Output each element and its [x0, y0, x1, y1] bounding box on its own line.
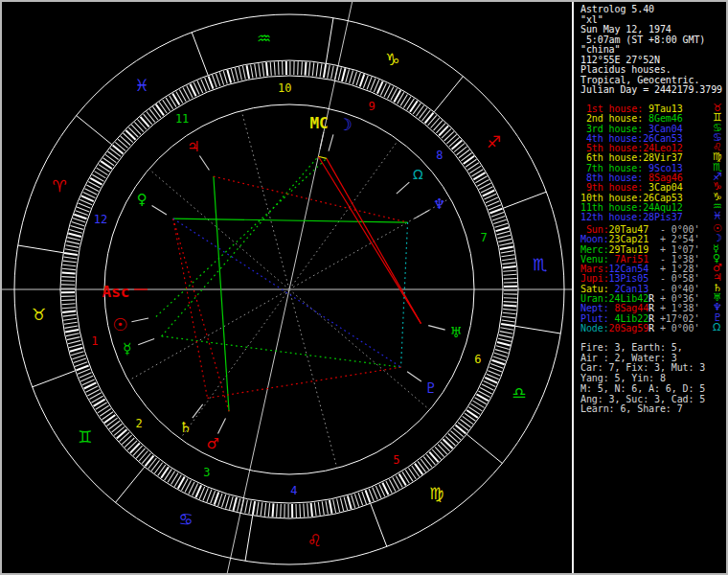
moon-pointer-dash: [329, 134, 333, 150]
house-number-3: 3: [203, 466, 210, 479]
uranus-pointer-dash: [428, 326, 444, 331]
house-cusp-line: [289, 289, 337, 468]
header-line: Julian Day = 2442179.3799: [580, 85, 722, 96]
sign-boundary-spoke: [77, 116, 112, 145]
astrolog-window: ♈♉♊♋♌♍♎♏♐♑♒♓123456789101112☉☽☿♀♂♃♄♅♆♇ΩMC…: [0, 0, 728, 575]
house-number-12: 12: [94, 213, 107, 226]
zodiac-sign-glyph-aries: ♈: [53, 176, 67, 196]
zodiac-sign-glyph-aquarius: ♒: [257, 29, 271, 48]
house-cusp-list: 1st house: 9Tau13♉ 2nd house: 8Gem46♊ 3r…: [580, 104, 683, 223]
planet-glyph-moon: ☽: [338, 115, 353, 134]
sign-boundary-spoke: [116, 467, 145, 502]
house-cusp-line: [289, 289, 430, 410]
saturn-pointer-dash: [193, 404, 203, 418]
sidebar-divider: [572, 2, 574, 573]
header-line: Placidus houses.: [580, 65, 722, 76]
zodiac-sign-glyph-pisces: ♓: [135, 76, 149, 95]
planet-velocity: + 0°00': [654, 323, 699, 334]
asc-label: Asc: [102, 283, 130, 301]
house-number-8: 8: [436, 149, 443, 162]
zodiac-sign-glyph-virgo: ♍: [429, 484, 444, 503]
mercury-pointer-dash: [138, 339, 154, 345]
planet-glyph-uranus: ♅: [450, 324, 463, 341]
header-line: Astrolog 5.40: [580, 5, 722, 15]
planet-glyph-neptune: ♆: [433, 196, 445, 213]
planet-glyph-mars: ♂: [206, 435, 218, 452]
sign-boundary-spoke: [245, 516, 253, 561]
zodiac-sign-glyph-taurus: ♉: [32, 305, 46, 324]
house-number-6: 6: [474, 353, 481, 366]
zodiac-sign-glyph-scorpio: ♏: [533, 255, 547, 274]
house-cusp-line: [128, 289, 289, 380]
planet-position-list: Sun:20Tau47 - 0°00'☉Moon:23Cap21 + 2°54'…: [580, 225, 699, 334]
planet-glyph-pluto: ♇: [424, 380, 437, 397]
node-pointer-dash: [397, 182, 409, 194]
header-line: Sun May 12, 1974: [580, 25, 722, 35]
aspect-line-mercury-mc: [162, 156, 319, 336]
planet-glyph-saturn: ♄: [179, 419, 192, 436]
chart-info-header: Astrolog 5.40"xl"Sun May 12, 1974 5:07am…: [580, 5, 722, 96]
zodiac-sign-glyph-gemini: ♊: [78, 427, 92, 447]
aspect-line-mc-uranus: [318, 156, 421, 323]
element-stats-block: Fire: 3, Earth: 5,Air : 2, Water: 3Car: …: [580, 343, 705, 415]
mars-pointer-dash: [218, 418, 226, 433]
zodiac-sign-glyph-cancer: ♋: [178, 510, 193, 529]
sign-boundary-spoke: [503, 192, 546, 208]
planet-icon: Ω: [713, 323, 720, 333]
house-row: 12th house:28Pis37♓: [580, 213, 683, 222]
planet-row: Node:20Sag59R + 0°00'Ω: [580, 324, 699, 334]
house-cusp-line: [148, 169, 289, 289]
house-number-1: 1: [91, 334, 98, 348]
aspect-line-moon-uranus: [327, 158, 421, 323]
house-label: 12th house:: [580, 212, 643, 222]
jupiter-pointer-dash: [199, 155, 209, 170]
mc-label: MC: [309, 114, 328, 132]
house-number-4: 4: [290, 484, 297, 497]
house-number-11: 11: [175, 112, 189, 126]
sign-boundary-spoke: [371, 503, 387, 546]
zodiac-sign-icon: ♓: [713, 212, 722, 221]
stats-line: M: 5, N: 6, A: 6, D: 5: [580, 384, 705, 395]
neptune-pointer-dash: [415, 210, 430, 218]
stats-line: Learn: 6, Share: 7: [580, 404, 705, 415]
sign-boundary-spoke: [33, 371, 76, 387]
zodiac-sign-glyph-leo: ♌: [307, 531, 322, 550]
house-number-9: 9: [369, 100, 375, 113]
house-cusp-line: [241, 111, 289, 289]
planet-glyph-node: Ω: [413, 167, 423, 182]
planet-label: Node:: [580, 323, 609, 334]
venus-pointer-dash: [152, 206, 167, 215]
sign-boundary-spoke: [434, 77, 463, 112]
house-value: 28Pis37: [643, 212, 682, 222]
pluto-pointer-dash: [407, 372, 421, 381]
aspect-line-saturn-pluto: [208, 367, 401, 398]
aspect-line-mars-jupiter: [214, 176, 229, 411]
aspect-line-mercury-pluto: [162, 336, 401, 367]
house-number-2: 2: [136, 417, 143, 430]
info-sidebar: Astrolog 5.40"xl"Sun May 12, 1974 5:07am…: [579, 2, 728, 573]
sign-boundary-spoke: [192, 33, 208, 76]
zodiac-sign-glyph-libra: ♎: [512, 383, 526, 402]
zodiac-sign-glyph-capricorn: ♑: [385, 50, 399, 69]
planet-glyph-venus: ♀: [137, 191, 148, 208]
sign-boundary-spoke: [466, 434, 502, 463]
planet-glyph-mercury: ☿: [123, 340, 131, 357]
sign-boundary-spoke: [515, 326, 560, 334]
house-number-10: 10: [278, 81, 291, 95]
mc-pointer-dash: [320, 132, 324, 150]
aspect-line-jupiter-neptune: [214, 176, 408, 222]
planet-glyph-sun: ☉: [113, 314, 128, 334]
house-number-5: 5: [393, 453, 399, 467]
header-line: "china": [580, 45, 722, 56]
aspect-line-venus-pluto: [173, 218, 401, 367]
natal-chart-wheel: ♈♉♊♋♌♍♎♏♐♑♒♓123456789101112☉☽☿♀♂♃♄♅♆♇ΩMC…: [2, 2, 574, 573]
planet-value: 20Sag59: [609, 323, 648, 334]
zodiac-sign-glyph-sagittarius: ♐: [487, 132, 501, 151]
sign-boundary-spoke: [18, 245, 63, 253]
planet-glyph-jupiter: ♃: [187, 138, 199, 155]
sun-pointer-dash: [131, 318, 148, 322]
sign-boundary-spoke: [326, 18, 333, 63]
aspect-line-venus-saturn: [173, 218, 208, 398]
aspect-line-venus-mars: [173, 218, 229, 411]
house-number-7: 7: [480, 231, 487, 244]
